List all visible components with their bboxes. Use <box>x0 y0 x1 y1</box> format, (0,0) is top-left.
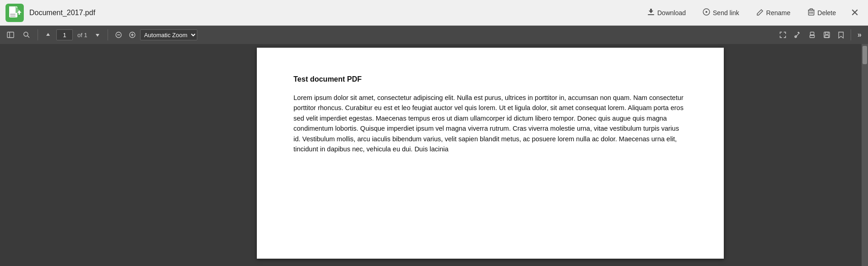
app-logo <box>5 4 24 22</box>
print-button[interactable] <box>806 29 819 40</box>
download-label: Download <box>657 9 686 17</box>
svg-rect-4 <box>10 14 16 15</box>
svg-marker-22 <box>46 33 50 36</box>
svg-rect-5 <box>10 16 16 17</box>
svg-point-20 <box>24 32 28 36</box>
fullscreen-button[interactable] <box>776 29 789 40</box>
svg-marker-23 <box>96 34 99 37</box>
delete-button[interactable]: Delete <box>803 6 840 20</box>
svg-rect-7 <box>19 12 20 15</box>
tools-button[interactable] <box>791 29 804 40</box>
svg-rect-8 <box>648 14 654 15</box>
svg-rect-30 <box>810 35 814 38</box>
main-area: Test document PDF Lorem ipsum dolor sit … <box>0 44 868 266</box>
send-link-label: Send link <box>713 9 739 17</box>
svg-rect-2 <box>9 6 16 13</box>
rename-label: Rename <box>766 9 791 17</box>
prev-page-button[interactable] <box>43 30 54 39</box>
page-number-input[interactable] <box>56 29 73 40</box>
toolbar-right: » <box>776 29 864 41</box>
zoom-controls: Automatic Zoom Actual Size Page Fit Page… <box>113 29 197 40</box>
svg-rect-18 <box>7 32 14 38</box>
rename-icon <box>756 8 764 18</box>
toolbar-separator-2 <box>108 29 108 40</box>
save-button[interactable] <box>820 29 833 40</box>
svg-rect-31 <box>810 32 814 35</box>
scrollbar-thumb[interactable] <box>863 46 867 64</box>
file-name: Document_2017.pdf <box>29 9 643 17</box>
svg-rect-34 <box>825 32 828 34</box>
delete-icon <box>807 8 815 18</box>
toolbar: of 1 Automatic Zoom Actual Size Page Fit… <box>0 26 868 44</box>
pdf-title: Test document PDF <box>293 75 687 83</box>
download-icon <box>647 8 655 18</box>
svg-rect-17 <box>810 9 813 10</box>
toggle-sidebar-button[interactable] <box>4 29 17 41</box>
toolbar-separator-3 <box>851 29 851 40</box>
pdf-page: Test document PDF Lorem ipsum dolor sit … <box>257 48 724 259</box>
header-bar: Document_2017.pdf Download Send link <box>0 0 868 26</box>
bookmark-button[interactable] <box>835 29 847 40</box>
search-button[interactable] <box>20 29 33 40</box>
delete-label: Delete <box>818 9 836 17</box>
zoom-in-button[interactable] <box>126 30 138 40</box>
page-total: of 1 <box>77 32 87 39</box>
svg-point-11 <box>705 11 707 13</box>
download-button[interactable]: Download <box>643 6 689 20</box>
next-page-button[interactable] <box>92 30 103 39</box>
pdf-body: Lorem ipsum dolor sit amet, consectetur … <box>293 93 687 155</box>
send-link-icon <box>702 8 711 18</box>
svg-marker-9 <box>649 9 653 13</box>
zoom-select[interactable]: Automatic Zoom Actual Size Page Fit Page… <box>140 29 197 40</box>
svg-rect-35 <box>825 35 829 38</box>
close-button[interactable]: ✕ <box>847 5 863 21</box>
zoom-out-button[interactable] <box>113 30 125 40</box>
sidebar-left <box>0 44 119 266</box>
svg-line-21 <box>27 36 29 38</box>
scrollbar[interactable] <box>862 44 868 266</box>
pdf-container[interactable]: Test document PDF Lorem ipsum dolor sit … <box>119 44 862 266</box>
send-link-button[interactable]: Send link <box>699 6 743 20</box>
toolbar-separator-1 <box>38 29 38 40</box>
more-tools-button[interactable]: » <box>855 29 864 41</box>
header-actions: Download Send link Rename <box>643 6 840 20</box>
rename-button[interactable]: Rename <box>752 6 794 20</box>
